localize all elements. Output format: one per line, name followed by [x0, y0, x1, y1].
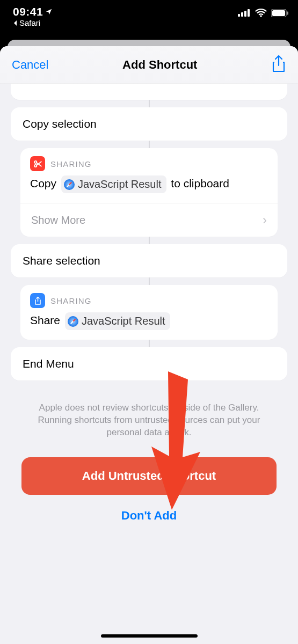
status-time-text: 09:41 — [13, 5, 43, 18]
sharing-category-label: SHARING — [50, 159, 92, 169]
share-app-icon — [30, 293, 45, 308]
svg-rect-5 — [272, 10, 285, 16]
chevron-right-icon: › — [263, 213, 267, 228]
svg-rect-0 — [238, 14, 240, 17]
end-menu-label: End Menu — [11, 347, 287, 380]
untrusted-warning-text: Apple does not review shortcuts outside … — [21, 397, 277, 457]
status-bar: 09:41 Safari — [0, 0, 298, 33]
previous-card-edge — [11, 84, 287, 100]
share-action-body: Share JavaScript Result — [20, 309, 278, 340]
battery-icon — [271, 9, 288, 17]
copy-word-to: to — [171, 177, 180, 189]
scissors-icon — [30, 156, 45, 171]
cancel-button[interactable]: Cancel — [12, 58, 48, 72]
copy-word-clipboard: clipboard — [184, 177, 229, 189]
copy-selection-label: Copy selection — [11, 107, 287, 141]
variable-label: JavaScript Result — [78, 177, 162, 192]
safari-icon — [68, 316, 78, 327]
svg-rect-6 — [287, 11, 289, 14]
status-time: 09:41 — [13, 5, 53, 18]
flow-connector — [149, 141, 150, 148]
share-action-card[interactable]: SHARING Share JavaScript Result — [20, 285, 278, 340]
home-indicator[interactable] — [101, 634, 198, 638]
location-icon — [45, 8, 53, 16]
add-untrusted-shortcut-button[interactable]: Add Untrusted Shortcut — [21, 457, 277, 495]
back-chevron-icon — [13, 20, 18, 26]
wifi-icon — [255, 9, 267, 17]
share-button[interactable] — [271, 55, 286, 75]
flow-connector — [149, 100, 150, 107]
safari-icon — [64, 179, 75, 190]
svg-rect-1 — [241, 12, 243, 17]
flow-connector — [149, 277, 150, 285]
shortcut-actions-list: Copy selection SHARING Copy JavaScript R… — [0, 84, 298, 644]
copy-word: Copy — [30, 177, 56, 189]
copy-action-card[interactable]: SHARING Copy JavaScript Result to clipbo… — [20, 148, 278, 237]
sheet-title: Add Shortcut — [122, 58, 197, 72]
back-app-label: Safari — [19, 18, 40, 27]
copy-action-body: Copy JavaScript Result to clipboard — [20, 172, 278, 203]
share-icon — [271, 55, 286, 73]
footer-zone: Apple does not review shortcuts outside … — [11, 380, 287, 528]
share-selection-card[interactable]: Share selection — [11, 244, 287, 277]
share-word: Share — [30, 314, 60, 326]
variable-pill[interactable]: JavaScript Result — [65, 312, 170, 330]
end-menu-card[interactable]: End Menu — [11, 347, 287, 380]
variable-label: JavaScript Result — [82, 313, 165, 329]
dont-add-button[interactable]: Don't Add — [21, 495, 277, 528]
add-shortcut-sheet: Cancel Add Shortcut Copy selection SHARI… — [0, 46, 298, 644]
svg-rect-3 — [248, 9, 250, 17]
status-right — [238, 5, 288, 17]
cellular-icon — [238, 9, 251, 17]
show-more-label: Show More — [31, 214, 85, 226]
back-to-app[interactable]: Safari — [13, 18, 53, 27]
copy-selection-card[interactable]: Copy selection — [11, 107, 287, 141]
sharing-category-label: SHARING — [50, 296, 92, 305]
variable-pill[interactable]: JavaScript Result — [61, 175, 166, 193]
flow-connector — [149, 340, 150, 347]
flow-connector — [149, 237, 150, 244]
share-selection-label: Share selection — [11, 244, 287, 277]
sheet-header: Cancel Add Shortcut — [0, 46, 298, 84]
svg-rect-2 — [244, 11, 246, 17]
show-more-row[interactable]: Show More › — [20, 203, 278, 237]
